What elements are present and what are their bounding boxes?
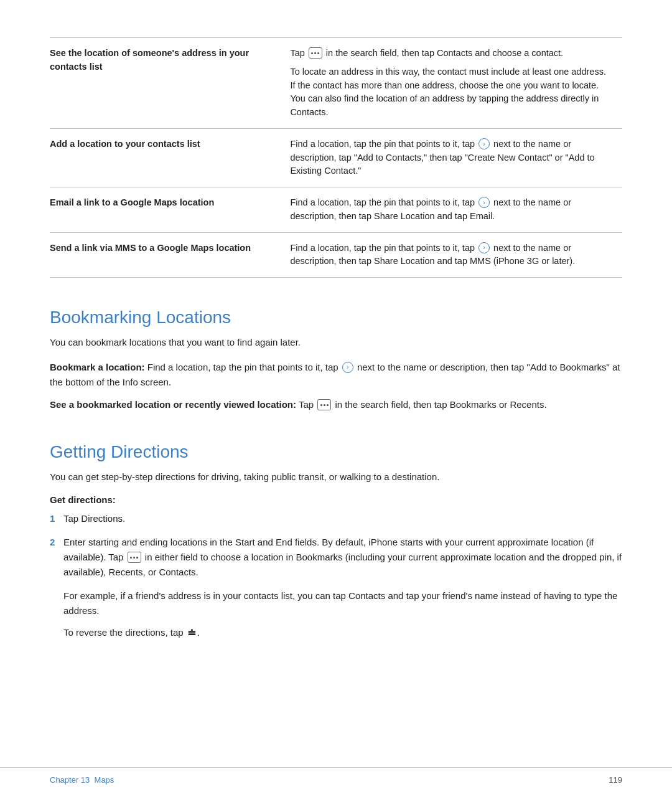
table-description: Tap in the search field, then tap Contac… (290, 38, 622, 129)
sub-para-1: For example, if a friend's address is in… (63, 588, 622, 618)
step-content: Enter starting and ending locations in t… (63, 535, 622, 580)
step-number: 1 (50, 511, 63, 526)
directions-heading: Getting Directions (50, 442, 622, 462)
table-label: Add a location to your contacts list (50, 128, 290, 187)
bookmarking-section: Bookmarking Locations You can bookmark l… (50, 308, 622, 412)
table-row: Email a link to a Google Maps location F… (50, 187, 622, 233)
table-row: Send a link via MMS to a Google Maps loc… (50, 232, 622, 278)
table-label: Email a link to a Google Maps location (50, 187, 290, 233)
info-icon: › (478, 197, 490, 208)
table-row: Add a location to your contacts list Fin… (50, 128, 622, 187)
see-para: See a bookmarked location or recently vi… (50, 397, 622, 412)
footer-page-number: 119 (609, 775, 622, 785)
reverse-icon: ≐ (187, 625, 196, 641)
table-description: Find a location, tap the pin that points… (290, 187, 622, 233)
info-icon: › (478, 242, 490, 253)
table-row: See the location of someone's address in… (50, 38, 622, 129)
footer-chapter: Chapter 13 Maps (50, 775, 114, 785)
list-item: 1 Tap Directions. (50, 511, 622, 526)
directions-steps: 1 Tap Directions. 2 Enter starting and e… (50, 511, 622, 580)
bookmarking-intro: You can bookmark locations that you want… (50, 335, 622, 350)
get-directions-label: Get directions: (50, 494, 622, 505)
bookmark-para: Bookmark a location: Find a location, ta… (50, 360, 622, 390)
page-footer: Chapter 13 Maps 119 (0, 767, 672, 785)
directions-section: Getting Directions You can get step-by-s… (50, 442, 622, 641)
sub-para-2: To reverse the directions, tap ≐. (63, 625, 622, 641)
grid-icon-2 (317, 399, 331, 410)
grid-icon-3 (128, 552, 141, 563)
bookmarking-heading: Bookmarking Locations (50, 308, 622, 328)
grid-icon (309, 47, 322, 59)
bookmark-icon: › (342, 362, 353, 373)
info-icon: › (478, 138, 490, 149)
table-label: Send a link via MMS to a Google Maps loc… (50, 232, 290, 278)
directions-intro: You can get step-by-step directions for … (50, 470, 622, 484)
step-content: Tap Directions. (63, 511, 622, 526)
info-table: See the location of someone's address in… (50, 37, 622, 278)
list-item: 2 Enter starting and ending locations in… (50, 535, 622, 580)
table-label: See the location of someone's address in… (50, 38, 290, 129)
step-number: 2 (50, 535, 63, 550)
table-description: Find a location, tap the pin that points… (290, 128, 622, 187)
table-description: Find a location, tap the pin that points… (290, 232, 622, 278)
